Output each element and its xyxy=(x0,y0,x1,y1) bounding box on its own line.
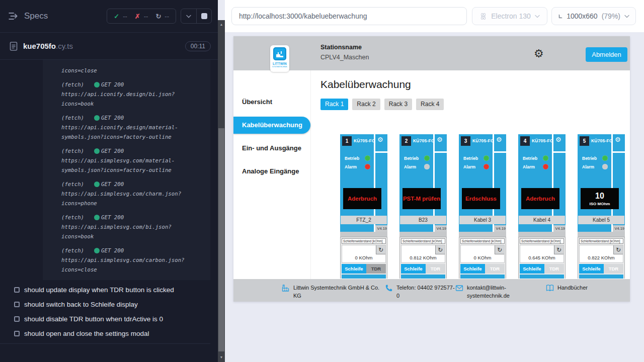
chevron-down-icon xyxy=(186,15,191,18)
cypress-runner-panel: Specs ✓-- ✗-- ↻-- kue705fo.cy.ts 00:11 i… xyxy=(0,0,218,362)
betrieb-led xyxy=(424,155,430,161)
littwin-logo: LITTWIN SYSTEMTECHNIK xyxy=(270,45,289,72)
status-display: Aderbruch xyxy=(343,188,381,209)
spec-file-ext: .cy.ts xyxy=(56,42,73,50)
settings-gear-icon[interactable]: ⚙ xyxy=(534,48,544,59)
card-settings-icon[interactable]: ⚙ xyxy=(377,136,383,144)
collapse-button[interactable] xyxy=(181,9,196,23)
device-card-3: 3 KÜ705-FO ⚙ Betrieb Alarm Erdschluss Ka… xyxy=(459,134,506,279)
viewport-selector[interactable]: 1000x660 (79%) xyxy=(551,7,636,25)
runner-scrollbar[interactable]: ▲ ▼ xyxy=(218,20,225,362)
sidebar-item-analoge-eingaenge[interactable]: Analoge Eingänge xyxy=(233,163,310,180)
log-url: symbols.json?icons=factory-outline xyxy=(61,132,201,142)
refresh-icon[interactable]: ↻ xyxy=(613,245,623,254)
value-box: ↻ 0 KOhm xyxy=(460,245,505,263)
scrollbar-thumb[interactable] xyxy=(218,128,224,351)
status-display: PST-M prüfen xyxy=(403,188,441,209)
runner-controls xyxy=(181,9,212,24)
tab-rack-1[interactable]: Rack 1 xyxy=(320,99,348,110)
tdr-button[interactable]: TDR xyxy=(604,264,623,274)
schleife-button[interactable]: Schleife xyxy=(520,264,544,274)
test-list: should update display when TDR button is… xyxy=(0,283,210,344)
tdr-button[interactable]: TDR xyxy=(426,264,445,274)
stop-button[interactable] xyxy=(196,9,211,23)
card-footer-strip xyxy=(401,275,445,279)
test-item[interactable]: should open and close the settings modal xyxy=(0,326,210,341)
sidebar-item-kabelueberwachung[interactable]: Kabelüberwachung xyxy=(233,117,310,134)
refresh-icon[interactable]: ↻ xyxy=(495,245,504,254)
log-url: icons=close xyxy=(61,265,201,275)
test-item[interactable]: should disable TDR button when tdrActive… xyxy=(0,312,210,326)
browser-selector[interactable]: Electron 130 xyxy=(472,7,547,25)
test-item[interactable]: should switch back to Schleife display xyxy=(0,297,210,312)
browser-name: Electron 130 xyxy=(491,12,531,20)
device-card-5: 5 KÜ705-FO ⚙ Betrieb Alarm 10 ISO MOhm K… xyxy=(578,134,625,279)
scroll-up-arrow-icon[interactable]: ▲ xyxy=(218,21,225,28)
sidebar-item-ein-und-ausgaenge[interactable]: Ein- und Ausgänge xyxy=(233,140,310,157)
resistance-value: 0.645 KOhm xyxy=(520,255,564,260)
measure-label: Schleifenwiderstand [kOhm] xyxy=(520,238,564,244)
refresh-icon[interactable]: ↻ xyxy=(435,245,445,254)
measure-label: Schleifenwiderstand [kOhm] xyxy=(579,238,623,244)
footer-manuals[interactable]: Handbücher xyxy=(546,284,588,292)
chevron-down-icon xyxy=(535,15,540,18)
measurement-panel: Schleifenwiderstand [kOhm] ↻ 0.812 KOhm … xyxy=(399,237,447,279)
sidebar-item-uebersicht[interactable]: Übersicht xyxy=(233,94,310,111)
url-input[interactable] xyxy=(231,7,467,25)
stat-failed[interactable]: ✗-- xyxy=(135,13,148,20)
tdr-button[interactable]: TDR xyxy=(485,264,505,274)
tab-rack-4[interactable]: Rack 4 xyxy=(416,99,444,110)
log-url: https://api.simplesvg.com/charm.json? xyxy=(61,189,201,199)
card-separator xyxy=(459,232,506,237)
value-box: ↻ 0.645 KOhm xyxy=(520,245,564,263)
specs-title: Specs xyxy=(24,11,48,21)
stat-passed[interactable]: ✓-- xyxy=(114,13,127,20)
tab-rack-3[interactable]: Rack 3 xyxy=(384,99,412,110)
card-settings-icon[interactable]: ⚙ xyxy=(555,136,561,144)
card-settings-icon[interactable]: ⚙ xyxy=(496,136,502,144)
tab-rack-2[interactable]: Rack 2 xyxy=(352,99,380,110)
refresh-icon[interactable]: ↻ xyxy=(376,245,385,254)
runner-header: Specs ✓-- ✗-- ↻-- xyxy=(0,0,218,32)
station-name: CPLV4_Maschen xyxy=(320,54,369,61)
test-stats-group[interactable]: ✓-- ✗-- ↻-- xyxy=(107,9,176,24)
test-item[interactable]: should update display when TDR button is… xyxy=(0,283,210,297)
scroll-down-arrow-icon[interactable]: ▼ xyxy=(218,354,225,361)
schleife-button[interactable]: Schleife xyxy=(460,264,485,274)
tdr-button[interactable]: TDR xyxy=(366,264,386,274)
log-url: https://api.simplesvg.com/bi.json?icons=… xyxy=(61,222,201,241)
card-divider xyxy=(435,151,447,153)
book-icon xyxy=(546,284,554,292)
card-settings-icon[interactable]: ⚙ xyxy=(437,136,443,144)
log-entry: (fetch)GET 200 https://api.simplesvg.com… xyxy=(61,279,201,280)
cable-name: FTZ_2 xyxy=(341,216,387,224)
betrieb-led xyxy=(484,155,489,161)
schleife-button[interactable]: Schleife xyxy=(401,264,426,274)
device-model: KÜ705-FO xyxy=(532,138,553,143)
stat-pending[interactable]: ↻-- xyxy=(155,13,169,20)
spec-file-row[interactable]: kue705fo.cy.ts 00:11 xyxy=(0,33,218,60)
card-settings-icon[interactable]: ⚙ xyxy=(615,136,621,144)
test-timer: 00:11 xyxy=(185,41,211,51)
alarm-led xyxy=(424,164,430,169)
alarm-led xyxy=(602,164,608,169)
slot-number-badge: 3 xyxy=(461,136,470,146)
footer-email[interactable]: kontakt@littwin-systemtechnik.de xyxy=(455,284,522,300)
log-url: https://api.iconify.design/bi.json?icons… xyxy=(61,89,201,109)
device-model: KÜ705-FO xyxy=(472,138,494,143)
card-divider xyxy=(613,151,625,153)
schleife-button[interactable]: Schleife xyxy=(579,264,604,274)
schleife-button[interactable]: Schleife xyxy=(342,264,366,274)
log-entry: (fetch)GET 200 https://api.simplesvg.com… xyxy=(61,146,201,175)
logout-button[interactable]: Abmelden xyxy=(586,47,627,62)
passed-count: -- xyxy=(123,13,127,20)
specs-list-icon[interactable] xyxy=(8,11,19,22)
tdr-button[interactable]: TDR xyxy=(544,264,564,274)
measure-label: Schleifenwiderstand [kOhm] xyxy=(342,238,386,244)
browser-stage: Electron 130 1000x660 (79%) LITTWIN SYST… xyxy=(225,0,644,362)
measure-label: Schleifenwiderstand [kOhm] xyxy=(460,238,505,244)
device-model: KÜ705-FO xyxy=(591,138,613,143)
card-separator xyxy=(518,232,566,237)
refresh-icon[interactable]: ↻ xyxy=(554,245,564,254)
app-sidebar: Übersicht Kabelüberwachung Ein- und Ausg… xyxy=(233,70,311,279)
